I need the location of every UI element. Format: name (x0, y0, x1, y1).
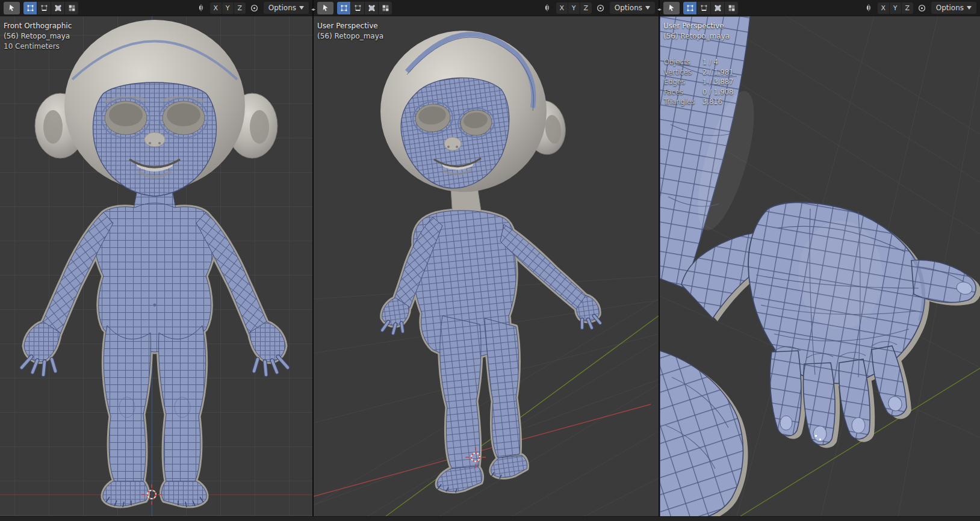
options-label: Options (268, 4, 296, 12)
select-mode-edge-button[interactable] (37, 2, 51, 14)
proportional-editing-icon[interactable] (249, 2, 260, 13)
options-label: Options (936, 4, 964, 12)
select-mode-island-button[interactable] (65, 2, 78, 14)
scene-perspective (314, 16, 659, 516)
select-mode-group (683, 2, 738, 14)
select-mode-face-button[interactable] (365, 2, 378, 14)
tweak-tool-cursor-icon (321, 4, 330, 12)
mirror-x-button[interactable]: X (556, 2, 568, 14)
proportional-editing-icon[interactable] (917, 2, 928, 13)
select-mode-face-button[interactable] (711, 2, 724, 14)
viewport-front: X Y Z Options (0, 0, 312, 516)
select-mode-face-icon (714, 4, 722, 12)
select-mode-island-button[interactable] (379, 2, 392, 14)
options-dropdown[interactable]: Options (931, 2, 976, 14)
mirror-x-button[interactable]: X (878, 2, 889, 14)
viewport-divider[interactable]: ◂▸ (659, 0, 660, 516)
symmetry-icon[interactable] (863, 2, 874, 13)
mirror-y-button[interactable]: Y (890, 2, 901, 14)
select-mode-island-icon (68, 4, 76, 12)
chevron-down-icon (299, 6, 304, 10)
proportional-editing-icon[interactable] (595, 2, 606, 13)
options-dropdown[interactable]: Options (610, 2, 655, 14)
scene-hand (660, 16, 980, 516)
scene-front (0, 16, 312, 516)
select-mode-group (337, 2, 392, 14)
select-mode-face-icon (54, 4, 62, 12)
mirror-z-button[interactable]: Z (580, 2, 592, 14)
viewport-perspective-canvas[interactable]: User Perspective (56) Retopo_maya (314, 16, 659, 516)
viewport-row: X Y Z Options (0, 0, 980, 516)
viewport-front-canvas[interactable]: Front Orthographic (56) Retopo_maya 10 C… (0, 16, 312, 516)
select-mode-edge-icon (354, 4, 362, 12)
mirror-z-button[interactable]: Z (902, 2, 913, 14)
viewport-divider[interactable]: ◂▸ (312, 0, 314, 516)
select-mode-vertex-icon (340, 4, 348, 12)
tweak-tool-button[interactable] (4, 2, 20, 14)
mirror-axis-group: X Y Z (878, 2, 913, 14)
select-mode-vertex-button[interactable] (337, 2, 350, 14)
mirror-axis-group: X Y Z (210, 2, 246, 14)
select-mode-edge-button[interactable] (697, 2, 710, 14)
symmetry-icon[interactable] (542, 2, 553, 13)
chevron-down-icon (967, 6, 972, 10)
options-label: Options (615, 4, 642, 12)
select-mode-vertex-icon (26, 4, 34, 12)
tweak-tool-button[interactable] (317, 2, 333, 14)
viewport-header: X Y Z Options (0, 0, 312, 16)
mirror-x-button[interactable]: X (210, 2, 222, 14)
select-mode-edge-button[interactable] (351, 2, 364, 14)
select-mode-vertex-icon (686, 4, 694, 12)
viewport-hand-closeup: X Y Z Options (660, 0, 980, 516)
options-dropdown[interactable]: Options (264, 2, 309, 14)
mirror-axis-group: X Y Z (556, 2, 592, 14)
select-mode-vertex-button[interactable] (683, 2, 696, 14)
tweak-tool-button[interactable] (663, 2, 680, 14)
viewport-header: X Y Z Options (314, 0, 659, 16)
mirror-z-button[interactable]: Z (234, 2, 246, 14)
chevron-down-icon (645, 6, 650, 10)
mirror-y-button[interactable]: Y (222, 2, 234, 14)
viewport-header: X Y Z Options (660, 0, 980, 16)
blender-window: X Y Z Options (0, 0, 980, 521)
select-mode-group (23, 2, 78, 14)
symmetry-icon[interactable] (196, 2, 206, 13)
select-mode-face-icon (368, 4, 376, 12)
select-mode-island-button[interactable] (725, 2, 738, 14)
select-mode-island-icon (382, 4, 389, 12)
select-mode-edge-icon (40, 4, 48, 12)
select-mode-edge-icon (700, 4, 708, 12)
select-mode-vertex-button[interactable] (23, 2, 37, 14)
viewport-perspective: X Y Z Options (314, 0, 659, 516)
select-mode-island-icon (728, 4, 736, 12)
viewport-hand-canvas[interactable]: User Perspective (56) Retopo_maya Object… (660, 16, 980, 516)
tweak-tool-cursor-icon (8, 4, 16, 12)
region-split-arrows[interactable]: ◂▸ (308, 7, 318, 12)
region-split-arrows[interactable]: ◂▸ (654, 7, 665, 12)
select-mode-face-button[interactable] (51, 2, 64, 14)
tweak-tool-cursor-icon (668, 4, 676, 12)
window-bottom-edge (0, 516, 980, 521)
mirror-y-button[interactable]: Y (568, 2, 580, 14)
